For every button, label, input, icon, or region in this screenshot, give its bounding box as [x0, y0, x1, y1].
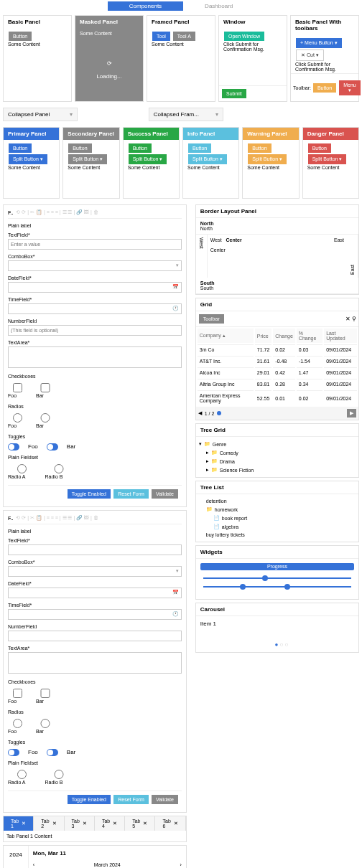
table-row[interactable]: American Express Company52.550.010.0209/…: [198, 390, 357, 405]
grid-col-header[interactable]: Change: [273, 329, 295, 343]
year-label[interactable]: 2024: [4, 846, 29, 868]
list-item[interactable]: buy lottery tickets: [199, 531, 356, 539]
tree-node[interactable]: ▸📁Comedy: [199, 448, 356, 457]
datefield-input[interactable]: [8, 588, 182, 598]
textarea-input[interactable]: [8, 652, 182, 674]
toggle-enabled-button[interactable]: Toggle Enabled: [68, 489, 111, 499]
carousel-dot[interactable]: ●: [274, 641, 278, 648]
tab-components[interactable]: Components: [108, 1, 183, 11]
table-row[interactable]: Alcoa Inc29.010.421.4709/01/2024: [198, 367, 357, 377]
menu-button[interactable]: Menu Button ▾: [296, 38, 342, 48]
grid-col-header[interactable]: Last Updated: [324, 329, 357, 343]
calendar-icon[interactable]: [172, 590, 179, 595]
reset-form-button[interactable]: Reset Form: [113, 489, 149, 499]
collapsed-panel[interactable]: Collapsed Panel▾: [3, 108, 78, 121]
foo-radio[interactable]: [8, 413, 27, 423]
datefield-input[interactable]: [8, 282, 182, 293]
tab-item[interactable]: Tab 4 ✕: [95, 816, 125, 831]
grid-col-header[interactable]: Company ▴: [198, 329, 254, 343]
foo-checkbox[interactable]: [8, 689, 27, 698]
bar-toggle[interactable]: [47, 443, 58, 450]
split-button[interactable]: Split Button ▾: [308, 154, 347, 164]
timefield-input[interactable]: [8, 609, 182, 620]
pager-prev[interactable]: ◀: [198, 410, 202, 416]
tab-item[interactable]: Tab 1 ✕: [4, 816, 34, 831]
grid-toolbar-button[interactable]: Toolbar: [199, 314, 224, 324]
button[interactable]: Button: [308, 143, 331, 153]
pager-next[interactable]: ▶: [347, 409, 356, 418]
button[interactable]: Button: [68, 143, 91, 153]
button[interactable]: Button: [9, 143, 32, 153]
split-button[interactable]: Split Button ▾: [129, 154, 167, 164]
table-row[interactable]: Altria Group Inc83.810.280.3409/01/2024: [198, 379, 357, 389]
table-row[interactable]: 3m Co71.720.020.0309/01/2024: [198, 344, 357, 354]
tool-button[interactable]: Tool: [152, 32, 170, 41]
calendar-icon[interactable]: [172, 284, 179, 290]
grid-col-header[interactable]: Price: [255, 329, 272, 343]
bar-checkbox[interactable]: [36, 689, 55, 698]
close-icon[interactable]: ✕: [143, 821, 147, 826]
split-button[interactable]: Split Button ▾: [9, 154, 47, 164]
tab-dashboard[interactable]: Dashboard: [183, 1, 254, 11]
close-icon[interactable]: ✕: [83, 821, 87, 826]
carousel-dot[interactable]: ○: [285, 641, 289, 648]
next-month[interactable]: ›: [180, 862, 181, 867]
open-window-button[interactable]: Open Window: [224, 32, 264, 41]
collapsed-framed[interactable]: Collapsed Fram...▾: [149, 108, 223, 121]
close-icon[interactable]: ✕: [22, 821, 26, 826]
list-item[interactable]: 📄book report: [199, 514, 356, 522]
tab-item[interactable]: Tab 2 ✕: [34, 816, 64, 831]
chevron-down-icon[interactable]: ▾: [176, 568, 179, 574]
list-item[interactable]: 📄algebra: [199, 522, 356, 531]
clock-icon[interactable]: [172, 306, 179, 311]
toolbar-icons[interactable]: ⟲ ⟳ | ✂ 📋 | ≡ ≡ ≡ | ☰ ☰ | 🔗 🖼 | 🗑: [16, 209, 98, 215]
textarea-input[interactable]: [8, 346, 182, 368]
split-button[interactable]: Split Button ▾: [188, 154, 227, 164]
tab-item[interactable]: Tab 6 ✕: [155, 816, 185, 831]
button[interactable]: Button: [9, 32, 32, 41]
foo-toggle[interactable]: [8, 749, 19, 756]
prev-month[interactable]: ‹: [33, 862, 34, 867]
list-item[interactable]: 📁homework: [199, 505, 356, 514]
grid-col-header[interactable]: % Change: [297, 329, 322, 343]
list-item[interactable]: detention: [199, 497, 356, 505]
toolbar-menu[interactable]: Menu ▾: [339, 80, 361, 95]
toolbar-button[interactable]: Button: [313, 83, 336, 93]
bar-toggle[interactable]: [47, 749, 58, 756]
slider-range[interactable]: [203, 586, 351, 588]
toolbar-icons[interactable]: ⟲ ⟳ | ✂ 📋 | ≡ ≡ ≡ | ☰ ☰ | 🔗 🖼 | 🗑: [16, 515, 98, 521]
bar-radio[interactable]: [36, 719, 55, 728]
reset-form-button[interactable]: Reset Form: [113, 795, 149, 804]
close-icon[interactable]: ✕: [52, 821, 57, 826]
close-icon[interactable]: [345, 316, 351, 322]
button[interactable]: Button: [129, 143, 152, 153]
bar-radio[interactable]: [36, 413, 55, 423]
submit-button[interactable]: Submit: [222, 89, 246, 98]
numberfield-input[interactable]: [8, 325, 182, 336]
tree-node[interactable]: ▸📁Drama: [199, 457, 356, 466]
clock-icon[interactable]: [172, 611, 179, 617]
cut-button[interactable]: Cut ▾: [296, 49, 324, 61]
foo-toggle[interactable]: [8, 443, 19, 450]
slider-single[interactable]: [203, 577, 351, 579]
bar-checkbox[interactable]: [36, 383, 55, 392]
radio-a[interactable]: [8, 770, 36, 779]
close-icon[interactable]: ✕: [174, 821, 178, 826]
close-icon[interactable]: ✕: [113, 821, 117, 826]
split-button[interactable]: Split Button ▾: [68, 154, 107, 164]
carousel-dot[interactable]: ○: [279, 641, 283, 648]
combobox-input[interactable]: [8, 566, 182, 577]
combobox-input[interactable]: [8, 260, 182, 271]
foo-checkbox[interactable]: [8, 383, 27, 392]
tab-item[interactable]: Tab 3 ✕: [65, 816, 95, 831]
numberfield-input[interactable]: [8, 631, 182, 641]
radio-a[interactable]: [8, 464, 36, 473]
split-button[interactable]: Split Button ▾: [248, 154, 287, 164]
table-row[interactable]: AT&T Inc.31.61-0.48-1.5409/01/2024: [198, 356, 357, 366]
tree-node[interactable]: ▸📁Science Fiction: [199, 466, 356, 474]
radio-b[interactable]: [45, 464, 73, 473]
textfield-input[interactable]: [8, 544, 182, 555]
validate-button[interactable]: Validate: [152, 489, 178, 499]
foo-radio[interactable]: [8, 719, 27, 728]
tab-item[interactable]: Tab 5 ✕: [125, 816, 155, 831]
